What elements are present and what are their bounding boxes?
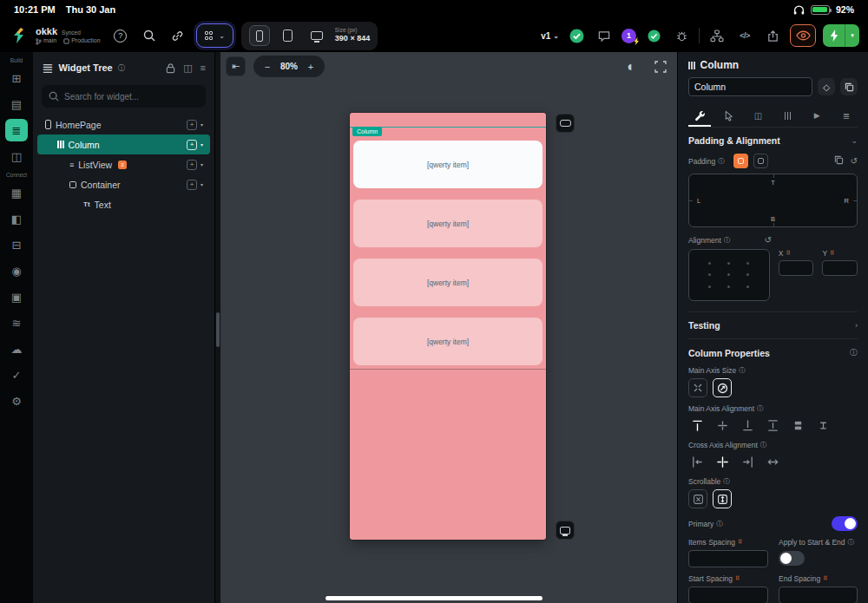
zoom-in-button[interactable]: + [306, 62, 316, 72]
align-end-button[interactable] [739, 416, 756, 434]
notifications-badge[interactable]: 1 [621, 29, 636, 43]
run-button[interactable]: ▾ [823, 24, 859, 47]
row-caret-icon[interactable]: ▾ [201, 141, 203, 147]
main-axis-min-button[interactable] [688, 378, 707, 397]
style-diamond-button[interactable]: ◇ [818, 78, 835, 95]
start-spacing-input[interactable] [688, 587, 768, 603]
widget-search[interactable] [42, 85, 206, 108]
data-schema-icon[interactable]: ◧ [5, 207, 28, 230]
tree-item-homepage[interactable]: HomePage +▾ [37, 115, 210, 134]
phone-mockup[interactable]: Column [qwerty item] [qwerty item] [qwer… [350, 113, 546, 540]
list-item[interactable]: [qwerty item] [353, 200, 542, 247]
space-between-button[interactable] [764, 416, 781, 434]
canvas[interactable]: ⇤ − 80% + ◐ Column [qwerty item] [qwerty… [220, 52, 677, 603]
tree-item-listview[interactable]: ≡ ListView ≡ +▾ [37, 154, 210, 174]
zoom-out-button[interactable]: − [262, 62, 273, 72]
export-button[interactable] [762, 25, 783, 46]
widget-name-input[interactable] [688, 77, 812, 96]
scrollable-on-button[interactable] [713, 489, 732, 508]
mode-selector[interactable]: ⌄ [196, 23, 233, 48]
panel-layout-icon[interactable]: ◫ [183, 62, 192, 74]
space-evenly-button[interactable] [814, 416, 832, 434]
tab-properties[interactable] [688, 104, 711, 127]
x-alignment-input[interactable] [779, 260, 814, 276]
space-around-button[interactable] [789, 416, 806, 434]
settings-icon[interactable]: ⚙ [5, 390, 28, 412]
flutterflow-logo[interactable] [9, 26, 28, 45]
environment[interactable]: Production [63, 37, 100, 44]
row-caret-icon[interactable]: ▾ [201, 121, 203, 128]
list-item[interactable]: [qwerty item] [353, 141, 542, 188]
checks-passed-button[interactable] [643, 25, 664, 46]
tree-item-column[interactable]: Column +▾ [37, 134, 210, 154]
device-frame-toggle[interactable] [556, 114, 575, 133]
widget-tree-toolbar-button[interactable] [707, 25, 727, 46]
widget-search-input[interactable] [64, 92, 199, 102]
help-button[interactable]: ? [110, 25, 131, 46]
search-button[interactable] [139, 25, 160, 46]
version-dropdown[interactable]: v1⌄ [541, 31, 559, 41]
cloud-icon[interactable]: ☁ [5, 338, 28, 360]
users-icon[interactable]: ◉ [5, 259, 28, 282]
align-start-button[interactable] [688, 416, 706, 434]
padding-custom-toggle[interactable] [753, 154, 768, 168]
run-bolt-icon[interactable] [823, 24, 845, 47]
padding-uniform-toggle[interactable] [733, 154, 748, 168]
add-child-button[interactable]: + [187, 140, 197, 150]
main-axis-max-button[interactable] [713, 378, 732, 397]
add-child-button[interactable]: + [187, 120, 197, 130]
lock-icon[interactable] [166, 62, 175, 74]
pages-icon[interactable]: ▤ [5, 93, 28, 115]
widget-tree-icon[interactable]: ≣ [5, 119, 28, 141]
reset-padding-icon[interactable]: ↺ [851, 156, 858, 166]
alignment-picker[interactable] [688, 249, 770, 301]
home-indicator[interactable] [326, 596, 542, 600]
padding-bottom-label[interactable]: B [771, 215, 775, 223]
device-tablet-button[interactable] [278, 25, 299, 46]
section-testing[interactable]: Testing › [688, 311, 858, 338]
automations-icon[interactable]: ≋ [5, 311, 28, 334]
reset-alignment-icon[interactable]: ↺ [765, 235, 772, 245]
theme-mode-button[interactable]: ◐ [621, 57, 641, 76]
row-caret-icon[interactable]: ▾ [201, 181, 203, 187]
scrollable-off-button[interactable] [688, 489, 707, 508]
device-phone-button[interactable] [249, 25, 270, 46]
debug-button[interactable] [671, 25, 692, 46]
padding-top-label[interactable]: T [771, 179, 775, 187]
padding-left-label[interactable]: L [697, 197, 700, 205]
collapse-panel-button[interactable]: ⇤ [226, 56, 246, 76]
chat-button[interactable] [594, 25, 615, 46]
link-button[interactable] [168, 25, 188, 46]
tree-item-text[interactable]: Tt Text [37, 194, 210, 214]
primary-toggle[interactable] [832, 516, 858, 531]
tab-documentation[interactable]: ≣ [835, 104, 858, 127]
run-options-caret[interactable]: ▾ [845, 24, 859, 47]
media-icon[interactable]: ▣ [5, 285, 28, 308]
row-caret-icon[interactable]: ▾ [201, 161, 203, 167]
tab-actions[interactable] [718, 104, 740, 127]
comments-resolved-button[interactable] [566, 25, 587, 46]
apply-start-end-toggle[interactable] [779, 551, 805, 566]
section-column-properties[interactable]: Column Properties ⓘ [688, 338, 858, 366]
content-icon[interactable]: ⊟ [5, 233, 28, 256]
copy-padding-icon[interactable] [834, 155, 844, 167]
list-item[interactable]: [qwerty item] [353, 318, 542, 365]
items-spacing-input[interactable] [688, 550, 768, 567]
tab-layout[interactable]: ◫ [747, 104, 770, 127]
tab-scroll[interactable] [776, 104, 799, 127]
y-alignment-input[interactable] [822, 260, 858, 276]
tests-icon[interactable]: ✓ [5, 364, 28, 386]
tab-animations[interactable]: ▶ [806, 104, 828, 127]
tree-options-icon[interactable]: ≡ [201, 62, 206, 73]
padding-editor[interactable]: T B L R [688, 174, 858, 227]
copy-widget-button[interactable] [840, 78, 858, 95]
end-spacing-input[interactable] [779, 587, 858, 603]
cross-stretch-button[interactable] [764, 453, 781, 470]
screen-toggle[interactable] [556, 521, 575, 540]
cross-center-button[interactable] [713, 453, 731, 470]
list-item[interactable]: [qwerty item] [353, 259, 542, 306]
add-element-icon[interactable]: ⊞ [5, 67, 28, 89]
cross-start-button[interactable] [688, 453, 706, 470]
preview-button[interactable] [790, 24, 816, 47]
add-child-button[interactable]: + [187, 160, 197, 170]
